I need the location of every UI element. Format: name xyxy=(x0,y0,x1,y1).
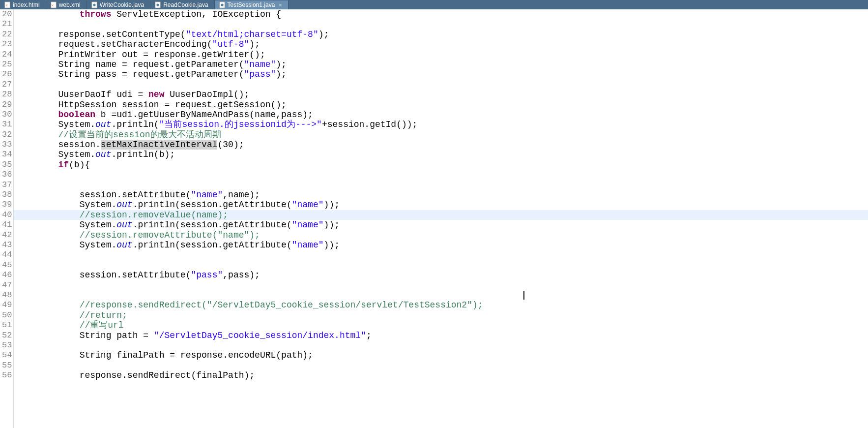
code-line[interactable]: session.setAttribute("pass",pass); xyxy=(14,270,868,280)
line-number: 43 xyxy=(0,240,11,250)
tab-label: TestSession1.java xyxy=(228,1,275,8)
code-line[interactable]: PrintWriter out = response.getWriter(); xyxy=(14,50,868,60)
line-number: 55 xyxy=(0,361,11,370)
line-number: 36 xyxy=(0,170,11,180)
line-number: 26 xyxy=(0,69,11,79)
tab-label: web.xml xyxy=(59,1,81,8)
xml-file-icon: X xyxy=(50,1,57,8)
code-line[interactable] xyxy=(14,19,868,29)
tab-label: index.html xyxy=(13,1,40,8)
java-file-icon xyxy=(219,1,226,8)
line-number-gutter[interactable]: 2021222324252627282930313233343536373839… xyxy=(0,9,14,428)
line-number: 42 xyxy=(0,230,11,240)
code-line[interactable]: String path = "/ServletDay5_cookie_sessi… xyxy=(14,331,868,340)
tab-testsession1-java[interactable]: TestSession1.java × xyxy=(215,0,289,9)
line-number: 49 xyxy=(0,300,11,310)
code-line[interactable]: request.setCharacterEncoding("utf-8"); xyxy=(14,39,868,49)
java-file-icon xyxy=(91,1,98,8)
svg-text:<: < xyxy=(6,3,8,6)
code-line[interactable]: response.setContentType("text/html;chars… xyxy=(14,30,868,39)
code-line[interactable]: UuserDaoIf udi = new UuserDaoImpl(); xyxy=(14,90,868,99)
code-line[interactable]: //return; xyxy=(14,310,868,320)
code-line[interactable] xyxy=(14,250,868,260)
html-file-icon: < xyxy=(4,1,11,8)
line-number: 20 xyxy=(0,9,11,19)
code-line[interactable]: //设置当前的session的最大不活动周期 xyxy=(14,130,868,140)
line-number: 53 xyxy=(0,340,11,350)
text-cursor xyxy=(523,291,524,300)
line-number: 39 xyxy=(0,200,11,210)
code-line[interactable]: if(b){ xyxy=(14,160,868,170)
tab-bar: < index.html X web.xml WriteCookie.java … xyxy=(0,0,868,9)
svg-point-7 xyxy=(157,3,159,6)
line-number: 47 xyxy=(0,280,11,290)
code-line[interactable]: session.setAttribute("name",name); xyxy=(14,190,868,200)
code-line[interactable]: String pass = request.getParameter("pass… xyxy=(14,69,868,79)
line-number: 56 xyxy=(0,370,11,380)
code-line[interactable]: //session.removeAttribute("name"); xyxy=(14,230,868,240)
tab-label: ReadCookie.java xyxy=(163,1,208,8)
line-number: 28 xyxy=(0,90,11,99)
tab-index-html[interactable]: < index.html xyxy=(0,0,46,9)
code-line[interactable]: System.out.println(session.getAttribute(… xyxy=(14,220,868,230)
code-line[interactable]: System.out.println(session.getAttribute(… xyxy=(14,200,868,210)
code-editor[interactable]: throws ServletException, IOException { r… xyxy=(14,9,868,428)
code-line[interactable]: System.out.println(b); xyxy=(14,150,868,159)
code-line[interactable] xyxy=(14,260,868,270)
code-line[interactable]: String finalPath = response.encodeURL(pa… xyxy=(14,350,868,360)
svg-point-9 xyxy=(221,3,223,6)
code-line[interactable]: //response.sendRedirect("/ServletDay5_co… xyxy=(14,300,868,310)
line-number: 22 xyxy=(0,30,11,39)
line-number: 31 xyxy=(0,120,11,129)
line-number: 34 xyxy=(0,150,11,159)
line-number: 45 xyxy=(0,260,11,270)
line-number: 40 xyxy=(0,210,11,220)
line-number: 35 xyxy=(0,160,11,170)
code-line[interactable]: boolean b =udi.getUuserByNameAndPass(nam… xyxy=(14,110,868,120)
line-number: 38 xyxy=(0,190,11,200)
line-number: 25 xyxy=(0,60,11,69)
code-line[interactable] xyxy=(14,340,868,350)
code-line[interactable]: response.sendRedirect(finalPath); xyxy=(14,370,868,380)
line-number: 41 xyxy=(0,220,11,230)
code-line[interactable] xyxy=(14,361,868,370)
code-line[interactable]: System.out.println("当前session.的jsessioni… xyxy=(14,120,868,129)
code-line[interactable] xyxy=(14,80,868,90)
code-line[interactable] xyxy=(14,180,868,190)
line-number: 44 xyxy=(0,250,11,260)
line-number: 24 xyxy=(0,50,11,60)
line-number: 37 xyxy=(0,180,11,190)
line-number: 32 xyxy=(0,130,11,140)
code-line[interactable]: System.out.println(session.getAttribute(… xyxy=(14,240,868,250)
tab-readcookie-java[interactable]: ReadCookie.java xyxy=(150,0,214,9)
code-line[interactable]: session.setMaxInactiveInterval(30); xyxy=(14,140,868,150)
line-number: 51 xyxy=(0,320,11,330)
java-file-icon xyxy=(154,1,161,8)
line-number: 27 xyxy=(0,80,11,90)
code-line[interactable]: String name = request.getParameter("name… xyxy=(14,60,868,69)
code-line[interactable]: //session.removeValue(name); xyxy=(14,210,868,220)
line-number: 23 xyxy=(0,39,11,49)
code-line[interactable]: //重写url xyxy=(14,320,868,330)
line-number: 48 xyxy=(0,290,11,300)
code-line[interactable]: throws ServletException, IOException { xyxy=(14,9,868,19)
editor-container: 2021222324252627282930313233343536373839… xyxy=(0,9,868,428)
code-line[interactable] xyxy=(14,290,868,300)
svg-point-5 xyxy=(93,3,95,6)
line-number: 29 xyxy=(0,100,11,110)
line-number: 21 xyxy=(0,19,11,29)
code-line[interactable] xyxy=(14,280,868,290)
line-number: 54 xyxy=(0,350,11,360)
code-line[interactable]: HttpSession session = request.getSession… xyxy=(14,100,868,110)
line-number: 52 xyxy=(0,331,11,340)
close-icon[interactable]: × xyxy=(279,2,282,8)
line-number: 33 xyxy=(0,140,11,150)
code-line[interactable] xyxy=(14,170,868,180)
line-number: 50 xyxy=(0,310,11,320)
tab-web-xml[interactable]: X web.xml xyxy=(46,0,87,9)
line-number: 30 xyxy=(0,110,11,120)
tab-label: WriteCookie.java xyxy=(100,1,144,8)
tab-writecookie-java[interactable]: WriteCookie.java xyxy=(87,0,150,9)
svg-text:X: X xyxy=(51,3,53,6)
line-number: 46 xyxy=(0,270,11,280)
